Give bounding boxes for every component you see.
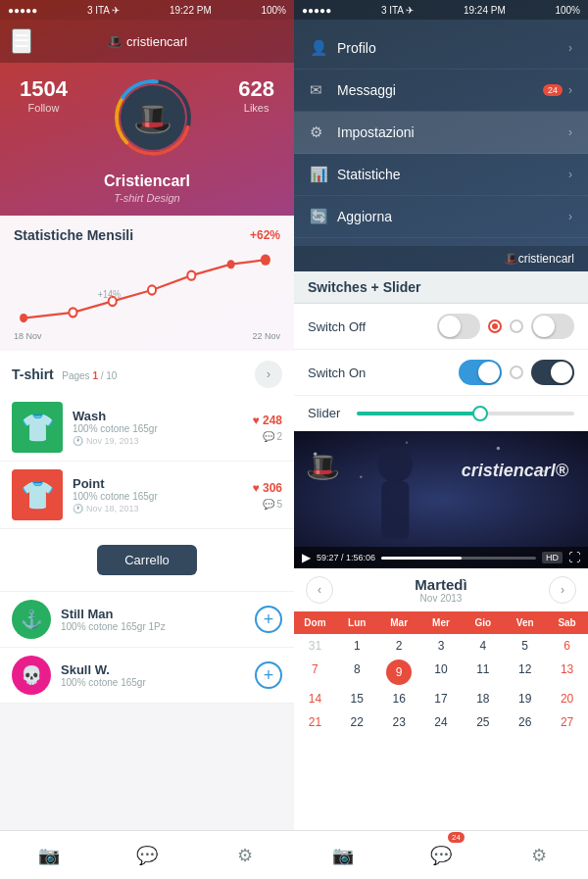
cal-cell[interactable]: 14 [294,687,336,710]
still-man-desc: 100% cotone 165gr 1Pz [61,621,245,632]
sidebar-item-statistiche[interactable]: 📊 Statistiche › [294,154,588,196]
svg-point-20 [378,449,413,483]
cal-cell-today[interactable]: 9 [386,659,412,685]
switch-off-radio-inactive[interactable] [510,319,523,333]
cal-cell[interactable]: 5 [504,634,546,658]
cal-cell[interactable]: 22 [336,710,378,734]
right-settings-nav-button[interactable]: ⚙ [517,834,561,877]
still-man-add-button[interactable]: + [255,606,282,633]
video-time: 59:27 / 1:56:06 [317,553,375,562]
cal-day-gio: Gio [462,615,504,630]
carrello-button[interactable]: Carrello [97,545,197,575]
skull-desc: 100% cotone 165gr [61,677,245,688]
cal-cell[interactable]: 19 [504,687,546,710]
svg-point-17 [497,447,501,451]
profile-name: Cristiencarl [104,172,190,190]
sidebar-item-impostazioni[interactable]: ⚙ Impostazioni › [294,112,588,154]
cal-cell[interactable]: 31 [294,634,336,658]
tshirt-next-button[interactable]: › [255,361,282,388]
switch-off-toggle[interactable] [437,314,480,339]
slider-knob[interactable] [472,406,488,421]
chevron-right-icon: › [568,168,572,181]
cal-cell[interactable]: 24 [420,710,463,734]
camera-nav-button[interactable]: 📷 [27,834,71,877]
sidebar-item-profilo[interactable]: 👤 Profilo › [294,27,588,70]
skull-add-button[interactable]: + [255,661,282,689]
switch-off-radio-active[interactable] [488,319,502,333]
sidebar-menu: 👤 Profilo › ✉ Messaggi 24 › ⚙ Impostazio… [294,20,588,246]
cal-cell[interactable]: 11 [462,658,504,687]
product-name-point: Point [73,476,243,491]
right-bottom-nav: 📷 💬 24 ⚙ [294,830,588,879]
right-signal-dots: ●●●●● [302,5,331,16]
sidebar-item-label: Statistiche [337,167,568,182]
profile-stats: 1504 Follow 🎩 628 Likes [12,78,282,157]
left-time: 19:22 PM [170,5,212,16]
switch-on-label: Switch On [308,366,449,380]
message-nav-button[interactable]: 💬 [125,834,169,877]
product-list: 👕 Wash 100% cotone 165gr 🕐 Nov 19, 2013 … [0,394,294,529]
play-button[interactable]: ▶ [302,551,311,564]
settings-nav-button[interactable]: ⚙ [223,834,267,877]
cal-cell[interactable]: 26 [504,710,546,734]
cal-cell[interactable]: 3 [420,634,463,658]
calendar-next-button[interactable]: › [549,576,576,604]
calendar-prev-button[interactable]: ‹ [306,576,333,604]
cal-cell[interactable]: 12 [504,658,546,687]
video-progress-track[interactable] [381,557,536,560]
sidebar-item-aggiorna[interactable]: 🔄 Aggiorna › [294,196,588,238]
right-brand-name: cristiencarl [518,252,574,266]
product-date-wash: 🕐 Nov 19, 2013 [73,436,243,446]
cal-cell[interactable]: 2 [378,634,420,658]
cal-cell[interactable]: 8 [336,658,378,687]
cal-cell[interactable]: 16 [378,687,420,710]
cal-cell[interactable]: 17 [420,687,463,710]
cal-cell[interactable]: 1 [336,634,378,658]
stats-title: Statistiche Mensili [14,227,133,243]
left-panel: ●●●●● 3 ITA ✈ 19:22 PM 100% ☰ 🎩 cristien… [0,0,294,879]
video-section: cristiencarl® 🎩 ▶ 59:27 / 1:56:06 HD ⛶ [294,431,588,568]
cal-day-ven: Ven [504,615,546,630]
hamburger-button[interactable]: ☰ [12,28,31,54]
video-controls: ▶ 59:27 / 1:56:06 HD ⛶ [294,547,588,568]
cal-cell[interactable]: 7 [294,658,336,687]
video-overlay-text: cristiencarl® [462,461,568,481]
cal-cell[interactable]: 4 [462,634,504,658]
slider-track[interactable] [357,412,574,415]
cal-cell[interactable]: 13 [546,658,588,687]
brand-hat-icon: 🎩 [107,34,122,49]
right-camera-nav-button[interactable]: 📷 [321,834,365,877]
follow-count: 1504 [20,78,68,100]
fullscreen-button[interactable]: ⛶ [568,551,580,564]
stats-section: Statistiche Mensili +62% +14% 18 Nov 22 … [0,216,294,351]
switch-off-toggle2[interactable] [531,314,574,339]
cal-cell[interactable]: 10 [420,658,463,687]
cal-cell[interactable]: 6 [546,634,588,658]
switch-on-radio-inactive[interactable] [510,366,523,379]
cal-cell[interactable]: 21 [294,710,336,734]
list-item: 💀 Skull W. 100% cotone 165gr + [0,648,294,704]
tshirt-title: T-shirt [12,366,54,382]
chevron-right-icon: › [568,210,572,223]
svg-text:+14%: +14% [98,288,122,300]
right-carrier: 3 ITA ✈ [381,5,414,16]
switch-on-toggle[interactable] [459,360,502,385]
cal-day-mer: Mer [420,615,463,630]
cal-cell[interactable]: 18 [462,687,504,710]
likes-count: 628 [238,78,274,100]
cal-cell[interactable]: 25 [462,710,504,734]
chart-label-18: 18 Nov [14,331,42,341]
switch-on-toggle2[interactable] [531,360,574,385]
right-brand-hat-icon: 🎩 [504,252,518,266]
list-item: ⚓ Still Man 100% cotone 165gr 1Pz + [0,592,294,648]
sidebar-item-messaggi[interactable]: ✉ Messaggi 24 › [294,70,588,112]
chart-labels: 18 Nov 22 Nov [14,329,280,343]
left-top-nav: ☰ 🎩 cristiencarl [0,20,294,63]
cal-cell[interactable]: 23 [378,710,420,734]
cal-cell[interactable]: 27 [546,710,588,734]
point-comments: 💬 5 [253,499,282,510]
calendar-month: Martedì Nov 2013 [415,576,466,604]
cal-cell[interactable]: 15 [336,687,378,710]
cal-cell[interactable]: 20 [546,687,588,710]
calendar-days-header: Dom Lun Mar Mer Gio Ven Sab [294,611,588,634]
